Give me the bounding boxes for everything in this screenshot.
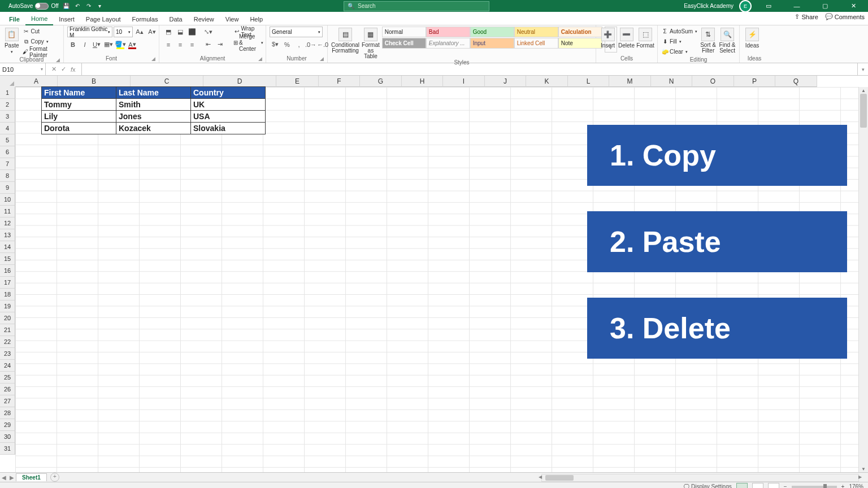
row-header[interactable]: 27 <box>0 395 15 407</box>
cut-button[interactable]: ✂Cut <box>23 27 60 36</box>
style-linked-cell[interactable]: Linked Cell <box>514 38 558 49</box>
row-header[interactable]: 18 <box>0 289 15 300</box>
italic-icon[interactable]: I <box>79 39 90 50</box>
clear-button[interactable]: 🧽Clear▾ <box>661 47 697 56</box>
table-cell[interactable]: USA <box>190 110 266 123</box>
dialog-launcher-icon[interactable]: ◢ <box>258 56 262 62</box>
align-bottom-icon[interactable]: ⬛ <box>186 27 198 37</box>
decrease-indent-icon[interactable]: ⇤ <box>202 39 214 50</box>
style-bad[interactable]: Bad <box>426 27 470 37</box>
page-break-view-icon[interactable] <box>768 483 779 489</box>
worksheet-grid[interactable]: ABCDEFGHIJKLMNOPQ 1234567891011121314151… <box>0 76 868 472</box>
new-sheet-button[interactable]: + <box>50 473 59 482</box>
style-normal[interactable]: Normal <box>382 27 426 37</box>
close-icon[interactable]: ✕ <box>842 0 865 12</box>
align-center-icon[interactable]: ≡ <box>175 39 186 50</box>
row-header[interactable]: 2 <box>0 99 15 111</box>
cancel-formula-icon[interactable]: ✕ <box>51 66 57 73</box>
style-good[interactable]: Good <box>470 27 514 37</box>
tab-page-layout[interactable]: Page Layout <box>80 14 127 25</box>
column-header[interactable]: Q <box>775 76 817 87</box>
zoom-slider[interactable] <box>792 486 837 488</box>
sort-filter-button[interactable]: ⇅Sort & Filter <box>700 27 717 54</box>
zoom-level[interactable]: 176% <box>849 483 863 488</box>
tab-view[interactable]: View <box>220 14 245 25</box>
account-name[interactable]: EasyClick Academy <box>684 3 734 9</box>
undo-icon[interactable]: ↶ <box>73 2 81 10</box>
column-header[interactable]: B <box>58 76 131 87</box>
select-all-button[interactable] <box>0 76 16 88</box>
number-format-combo[interactable]: General▾ <box>270 27 323 37</box>
table-header-cell[interactable]: Country <box>190 86 266 99</box>
sheet-nav-prev-icon[interactable]: ◀ <box>0 474 8 481</box>
table-cell[interactable]: Kozacek <box>116 122 191 134</box>
dialog-launcher-icon[interactable]: ◢ <box>320 56 324 62</box>
column-header[interactable]: E <box>276 76 319 87</box>
column-header[interactable]: G <box>360 76 402 87</box>
align-left-icon[interactable]: ≡ <box>163 39 174 50</box>
row-header[interactable]: 14 <box>0 241 15 253</box>
format-as-table-button[interactable]: ▦Format as Table <box>362 27 380 59</box>
decrease-font-icon[interactable]: A▾ <box>146 27 158 37</box>
decrease-decimal-icon[interactable]: ←.0 <box>317 39 328 50</box>
minimize-icon[interactable]: — <box>785 0 808 12</box>
row-header[interactable]: 24 <box>0 360 15 372</box>
orientation-icon[interactable]: ⤡▾ <box>202 27 214 37</box>
table-cell[interactable]: Slovakia <box>190 122 266 134</box>
column-header[interactable]: J <box>485 76 526 87</box>
tab-formulas[interactable]: Formulas <box>127 14 164 25</box>
page-layout-view-icon[interactable] <box>752 483 763 489</box>
sheet-nav-next-icon[interactable]: ▶ <box>8 474 16 481</box>
row-header[interactable]: 26 <box>0 384 15 395</box>
tab-insert[interactable]: Insert <box>53 14 80 25</box>
underline-icon[interactable]: U▾ <box>91 39 102 50</box>
autosave-toggle[interactable]: AutoSave Off <box>8 3 59 10</box>
increase-font-icon[interactable]: A▴ <box>134 27 145 37</box>
scrollbar-thumb[interactable] <box>860 94 867 128</box>
table-cell[interactable]: UK <box>190 98 266 111</box>
column-header[interactable]: O <box>692 76 734 87</box>
row-header[interactable]: 31 <box>0 443 15 455</box>
row-header[interactable]: 7 <box>0 158 15 170</box>
find-select-button[interactable]: 🔍Find & Select <box>719 27 736 54</box>
align-right-icon[interactable]: ≡ <box>186 39 198 50</box>
row-header[interactable]: 17 <box>0 277 15 289</box>
row-header[interactable]: 8 <box>0 170 15 182</box>
row-header[interactable]: 30 <box>0 431 15 443</box>
comma-icon[interactable]: , <box>293 39 305 50</box>
tab-file[interactable]: File <box>3 14 25 25</box>
align-middle-icon[interactable]: ⬓ <box>175 27 186 37</box>
dialog-launcher-icon[interactable]: ◢ <box>151 56 155 62</box>
table-header-cell[interactable]: Last Name <box>116 86 191 99</box>
autosum-button[interactable]: ΣAutoSum▾ <box>661 27 697 36</box>
style-check-cell[interactable]: Check Cell <box>382 38 426 49</box>
row-header[interactable]: 22 <box>0 336 15 348</box>
row-header[interactable]: 21 <box>0 324 15 336</box>
font-size-combo[interactable]: 10▾ <box>114 27 133 37</box>
column-header[interactable]: N <box>651 76 692 87</box>
vertical-scrollbar[interactable]: ▲ ▼ <box>858 87 868 472</box>
row-header[interactable]: 9 <box>0 182 15 194</box>
row-header[interactable]: 29 <box>0 419 15 431</box>
scrollbar-thumb[interactable] <box>545 475 574 481</box>
avatar[interactable]: E <box>739 0 752 12</box>
column-header[interactable]: D <box>203 76 276 87</box>
row-header[interactable]: 4 <box>0 123 15 134</box>
row-header[interactable]: 12 <box>0 217 15 229</box>
row-header[interactable]: 28 <box>0 407 15 419</box>
merge-center-button[interactable]: ⊞Merge & Center▾ <box>233 38 263 47</box>
style-neutral[interactable]: Neutral <box>514 27 558 37</box>
style-input[interactable]: Input <box>470 38 514 49</box>
normal-view-icon[interactable] <box>736 483 748 489</box>
fx-icon[interactable]: fx <box>71 66 76 73</box>
ribbon-display-icon[interactable]: ▭ <box>757 0 780 12</box>
tab-help[interactable]: Help <box>244 14 268 25</box>
row-header[interactable]: 6 <box>0 146 15 158</box>
insert-cells-button[interactable]: ➕Insert <box>600 27 616 49</box>
table-cell[interactable]: Tommy <box>41 98 116 111</box>
enter-formula-icon[interactable]: ✓ <box>61 66 66 73</box>
table-cell[interactable]: Dorota <box>41 122 116 134</box>
row-header[interactable]: 19 <box>0 300 15 312</box>
row-header[interactable]: 15 <box>0 253 15 265</box>
zoom-in-icon[interactable]: + <box>841 483 845 488</box>
